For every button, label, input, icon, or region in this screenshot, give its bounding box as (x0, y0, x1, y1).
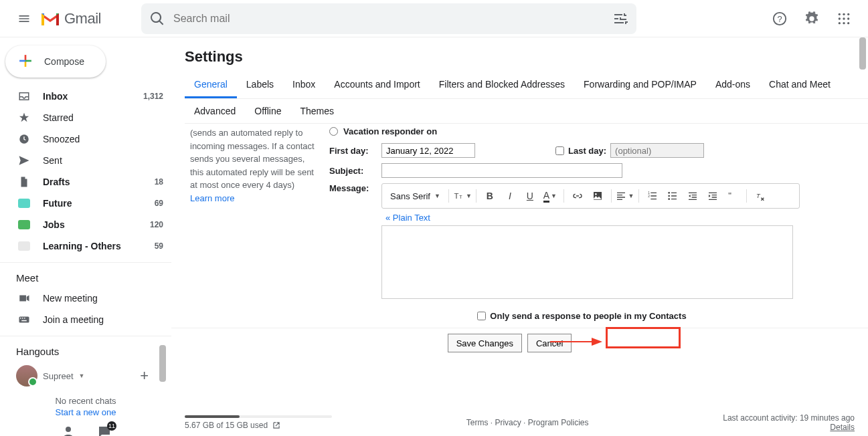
font-size-dropdown[interactable]: TT▼ (453, 187, 472, 205)
outdent-button[interactable] (683, 187, 702, 205)
svg-point-8 (839, 22, 841, 24)
main-menu-button[interactable] (11, 5, 37, 32)
storage-text: 5.67 GB of 15 GB used (185, 421, 268, 430)
open-external-icon[interactable] (272, 421, 281, 430)
privacy-link[interactable]: Privacy (495, 418, 521, 427)
tab-themes[interactable]: Themes (291, 99, 344, 123)
tab-inbox[interactable]: Inbox (283, 72, 325, 98)
add-button[interactable]: + (140, 367, 149, 385)
send-icon (17, 154, 31, 167)
ul-icon (667, 191, 678, 201)
vacation-on-radio[interactable] (329, 127, 338, 136)
help-button[interactable]: ? (766, 5, 793, 32)
last-activity: Last account activity: 19 minutes ago (723, 413, 855, 423)
avatar (16, 365, 37, 387)
header: Gmail ? (0, 0, 868, 37)
help-icon: ? (772, 11, 787, 26)
main-scrollbar[interactable] (859, 37, 866, 70)
last-day-checkbox[interactable] (555, 146, 564, 155)
search-input[interactable] (173, 13, 604, 25)
save-changes-button[interactable]: Save Changes (448, 334, 522, 352)
svg-point-9 (843, 22, 845, 24)
person-icon[interactable] (60, 424, 76, 436)
main-content: Settings General Labels Inbox Accounts a… (171, 37, 868, 436)
sidebar-item-future[interactable]: Future 69 (0, 193, 171, 214)
contacts-only-checkbox[interactable] (477, 312, 486, 320)
compose-button[interactable]: Compose (5, 45, 106, 78)
search-icon (149, 11, 165, 27)
clock-icon (17, 132, 31, 146)
apps-button[interactable] (831, 5, 857, 32)
sidebar-item-inbox[interactable]: Inbox 1,312 (0, 86, 171, 107)
learn-more-link[interactable]: Learn more (190, 193, 234, 203)
tab-chat[interactable]: Chat and Meet (760, 72, 840, 98)
meet-section-title: Meet (0, 263, 171, 288)
svg-rect-13 (20, 318, 21, 319)
bullet-list-button[interactable] (663, 187, 682, 205)
text-color-button[interactable]: A▼ (541, 187, 559, 205)
plain-text-link[interactable]: « Plain Text (381, 209, 430, 224)
sidebar-item-starred[interactable]: Starred (0, 107, 171, 128)
tab-addons[interactable]: Add-ons (706, 72, 760, 98)
font-family-dropdown[interactable]: Sans Serif▼ (386, 190, 444, 203)
start-new-chat[interactable]: Start a new one (0, 407, 171, 417)
vacation-on-label: Vacation responder on (343, 126, 437, 136)
terms-link[interactable]: Terms (466, 418, 489, 427)
vacation-responder-section: (sends an automated reply to incoming me… (185, 124, 868, 328)
sidebar-item-drafts[interactable]: Drafts 18 (0, 171, 171, 193)
svg-point-3 (843, 13, 845, 15)
bold-button[interactable]: B (481, 187, 499, 205)
sidebar-item-jobs[interactable]: Jobs 120 (0, 214, 171, 235)
subject-input[interactable] (381, 163, 622, 178)
label-icon (17, 239, 31, 253)
camera-icon (17, 292, 31, 305)
tab-accounts[interactable]: Accounts and Import (325, 72, 429, 98)
join-meeting-button[interactable]: Join a meeting (0, 309, 171, 330)
clear-format-icon: T (755, 191, 766, 201)
italic-button[interactable]: I (501, 187, 519, 205)
svg-point-7 (847, 17, 849, 19)
gear-icon (804, 11, 819, 26)
ol-icon: 12 (647, 191, 658, 201)
tab-general[interactable]: General (185, 72, 237, 98)
sidebar-scrollbar[interactable] (159, 345, 166, 382)
hangouts-user-row[interactable]: Supreet ▼ + (0, 361, 171, 391)
indent-button[interactable] (703, 187, 722, 205)
policies-link[interactable]: Program Policies (528, 418, 589, 427)
svg-text:T: T (454, 192, 458, 200)
tab-forwarding[interactable]: Forwarding and POP/IMAP (574, 72, 706, 98)
subject-label: Subject: (329, 166, 375, 176)
sidebar-item-learning[interactable]: Learning - Others 59 (0, 235, 171, 257)
tab-labels[interactable]: Labels (237, 72, 283, 98)
underline-button[interactable]: U (521, 187, 539, 205)
sidebar-item-snoozed[interactable]: Snoozed (0, 128, 171, 150)
image-button[interactable] (588, 187, 607, 205)
settings-button[interactable] (798, 5, 825, 32)
tab-advanced[interactable]: Advanced (185, 99, 245, 123)
svg-marker-30 (592, 338, 602, 346)
details-link[interactable]: Details (830, 423, 855, 432)
last-day-input[interactable] (610, 143, 704, 158)
apps-icon (837, 12, 851, 25)
tab-offline[interactable]: Offline (245, 99, 290, 123)
message-editor[interactable] (381, 225, 793, 299)
tab-filters[interactable]: Filters and Blocked Addresses (430, 72, 574, 98)
settings-tabs-row2: Advanced Offline Themes (185, 99, 868, 124)
svg-point-17 (66, 427, 71, 432)
gmail-logo[interactable]: Gmail (40, 10, 101, 27)
tune-icon[interactable] (612, 11, 628, 27)
search-bar[interactable] (141, 3, 636, 34)
new-meeting-button[interactable]: New meeting (0, 288, 171, 309)
no-recent-chats: No recent chats (0, 391, 171, 407)
svg-point-10 (847, 22, 849, 24)
hangouts-section-title: Hangouts (0, 336, 171, 361)
ordered-list-button[interactable]: 12 (643, 187, 662, 205)
quote-button[interactable]: " (723, 187, 742, 205)
clear-format-button[interactable]: T (751, 187, 770, 205)
align-button[interactable]: ▼ (616, 187, 634, 205)
chat-icon[interactable]: 11 (96, 424, 112, 436)
sidebar-item-sent[interactable]: Sent (0, 150, 171, 171)
link-button[interactable] (568, 187, 587, 205)
first-day-input[interactable] (381, 143, 475, 158)
chevron-down-icon: ▼ (79, 372, 85, 379)
